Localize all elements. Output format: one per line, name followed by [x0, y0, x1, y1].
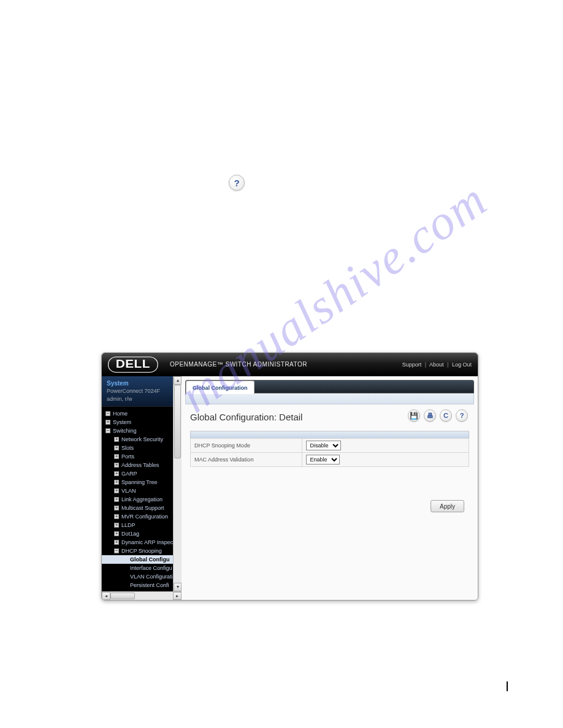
help-icon[interactable]: ?: [229, 175, 245, 191]
expand-icon[interactable]: +: [114, 506, 119, 510]
expand-icon[interactable]: +: [114, 497, 119, 502]
nav-tree-item[interactable]: +Spanning Tree: [102, 478, 182, 487]
expand-icon[interactable]: +: [114, 463, 119, 468]
nav-tree-item-label: VLAN: [121, 487, 136, 495]
nav-tree-item-label: Network Security: [121, 436, 163, 443]
mac-address-validation-select[interactable]: Enable: [306, 455, 340, 464]
nav-tree-item[interactable]: −Home: [102, 409, 182, 418]
nav-tree-item[interactable]: +MVR Configuration: [102, 512, 182, 521]
apply-button[interactable]: Apply: [431, 500, 464, 512]
nav-tree-item[interactable]: +Address Tables: [102, 461, 182, 469]
product-title: OPENMANAGE™ SWITCH ADMINISTRATOR: [170, 361, 307, 368]
nav-tree-item[interactable]: Interface Configu: [102, 564, 182, 572]
link-separator: |: [425, 362, 426, 368]
scroll-left-arrow-icon[interactable]: ◂: [102, 592, 110, 600]
tab-global-configuration[interactable]: Global Configuration: [186, 381, 255, 394]
nav-tree-item[interactable]: +System: [102, 418, 182, 427]
nav-tree-item-label: Persistent Confi: [130, 582, 169, 589]
nav-tree-item[interactable]: −Switching: [102, 427, 182, 435]
link-about[interactable]: About: [429, 362, 444, 368]
expand-icon[interactable]: +: [114, 446, 119, 450]
scroll-right-arrow-icon[interactable]: ▸: [173, 592, 182, 600]
collapse-icon[interactable]: −: [105, 411, 110, 416]
nav-tree-item[interactable]: +LLDP: [102, 521, 182, 529]
table-row: DHCP Snooping Mode Disable: [191, 439, 469, 453]
nav-tree-item-label: Dynamic ARP Inspec: [121, 539, 173, 546]
collapse-icon[interactable]: −: [114, 548, 119, 553]
nav-tree-item-label: Global Configu: [130, 556, 170, 563]
collapse-icon[interactable]: −: [105, 428, 110, 433]
nav-tree: −Home+System−Switching+Network Security+…: [102, 407, 182, 600]
nav-tree-item[interactable]: +Slots: [102, 444, 182, 452]
expand-icon[interactable]: +: [105, 420, 110, 425]
scroll-up-arrow-icon[interactable]: ▴: [174, 376, 182, 385]
nav-tree-item[interactable]: −DHCP Snooping: [102, 547, 182, 555]
link-separator: |: [447, 362, 448, 368]
setting-value-cell: Enable: [302, 453, 469, 467]
system-info-block: System PowerConnect 7024F admin, r/w: [102, 376, 182, 407]
scroll-thumb[interactable]: [110, 593, 135, 599]
link-support[interactable]: Support: [402, 362, 422, 368]
nav-tree-item[interactable]: Persistent Confi: [102, 581, 182, 590]
setting-label: MAC Address Validation: [191, 453, 302, 467]
nav-tree-item[interactable]: +Multicast Support: [102, 504, 182, 512]
nav-tree-item[interactable]: VLAN Configurati: [102, 572, 182, 581]
save-icon[interactable]: 💾: [408, 409, 420, 422]
nav-tree-item-label: LLDP: [121, 521, 136, 529]
expand-icon[interactable]: +: [114, 471, 119, 476]
scroll-thumb[interactable]: [174, 385, 181, 458]
system-model: PowerConnect 7024F: [107, 388, 177, 395]
system-title[interactable]: System: [107, 380, 177, 387]
top-links: Support | About | Log Out: [402, 362, 472, 368]
top-bar: DELL OPENMANAGE™ SWITCH ADMINISTRATOR Su…: [102, 353, 478, 376]
nav-tree-item[interactable]: +Dot1ag: [102, 529, 182, 538]
nav-tree-item[interactable]: +Link Aggregation: [102, 495, 182, 504]
nav-tree-item-label: Multicast Support: [121, 504, 164, 512]
dell-logo: DELL: [108, 357, 158, 373]
dhcp-snooping-mode-select[interactable]: Disable: [306, 441, 341, 450]
nav-tree-item[interactable]: +Ports: [102, 452, 182, 461]
expand-icon[interactable]: +: [114, 514, 119, 519]
sidebar-vertical-scrollbar[interactable]: ▴ ▾: [173, 376, 182, 591]
nav-tree-item-label: Address Tables: [121, 461, 159, 469]
link-logout[interactable]: Log Out: [452, 362, 472, 368]
nav-tree-item-label: GARP: [121, 470, 137, 477]
help-icon[interactable]: ?: [456, 409, 468, 422]
expand-icon[interactable]: +: [114, 480, 119, 485]
app-window: DELL OPENMANAGE™ SWITCH ADMINISTRATOR Su…: [101, 352, 478, 601]
print-icon[interactable]: 🖶: [424, 409, 436, 422]
setting-value-cell: Disable: [302, 439, 469, 453]
settings-table: DHCP Snooping Mode Disable MAC Address V…: [190, 438, 469, 467]
sub-header-band: [185, 393, 474, 404]
nav-tree-item[interactable]: +GARP: [102, 469, 182, 478]
nav-tree-item-label: MVR Configuration: [121, 513, 168, 520]
refresh-icon[interactable]: C: [440, 409, 452, 422]
system-user: admin, r/w: [107, 396, 177, 403]
nav-tree-item-label: Spanning Tree: [121, 479, 158, 486]
expand-icon[interactable]: +: [114, 531, 119, 536]
nav-tree-item[interactable]: +Network Security: [102, 435, 182, 444]
expand-icon[interactable]: +: [114, 523, 119, 528]
nav-tree-item[interactable]: +VLAN: [102, 487, 182, 495]
tab-bar: Global Configuration: [185, 380, 474, 393]
nav-tree-item-label: DHCP Snooping: [121, 547, 162, 555]
table-row: MAC Address Validation Enable: [191, 453, 469, 467]
expand-icon[interactable]: +: [114, 437, 119, 442]
nav-tree-item-label: VLAN Configurati: [130, 573, 173, 580]
sidebar: System PowerConnect 7024F admin, r/w −Ho…: [102, 376, 182, 600]
scroll-down-arrow-icon[interactable]: ▾: [174, 583, 182, 591]
nav-tree-item-label: Ports: [121, 453, 134, 460]
expand-icon[interactable]: +: [114, 540, 119, 545]
expand-icon[interactable]: +: [114, 488, 119, 493]
nav-tree-item-label: Slots: [121, 444, 134, 452]
nav-tree-item[interactable]: Global Configu: [102, 555, 182, 564]
nav-tree-item-label: Dot1ag: [121, 530, 139, 537]
nav-tree-item-label: Switching: [113, 427, 137, 434]
setting-label: DHCP Snooping Mode: [191, 439, 302, 453]
expand-icon[interactable]: +: [114, 454, 119, 459]
nav-tree-item[interactable]: +Dynamic ARP Inspec: [102, 538, 182, 547]
nav-tree-item-label: Link Aggregation: [121, 496, 163, 503]
nav-tree-item-label: System: [113, 419, 131, 426]
nav-tree-item-label: Home: [113, 410, 128, 417]
sidebar-horizontal-scrollbar[interactable]: ◂ ▸: [102, 591, 182, 600]
